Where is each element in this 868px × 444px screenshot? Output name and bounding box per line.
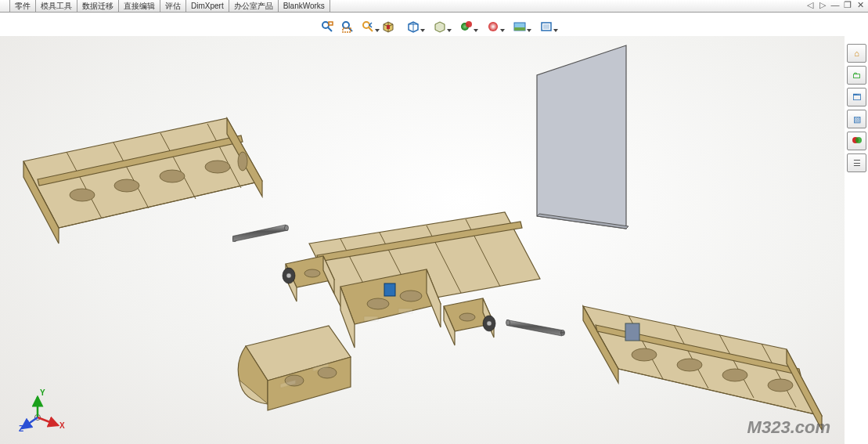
svg-line-1: [328, 27, 332, 31]
axis-z-label: Z: [19, 424, 23, 433]
svg-point-0: [322, 22, 329, 28]
zoom-to-area-icon: [341, 20, 354, 33]
tab-evaluate[interactable]: 评估: [160, 0, 186, 12]
previous-view-button[interactable]: [362, 20, 374, 33]
svg-rect-13: [514, 27, 525, 31]
tab-blankworks[interactable]: BlankWorks: [279, 0, 330, 12]
tab-label: 模具工具: [41, 1, 72, 12]
section-view-icon: [382, 20, 394, 33]
chevron-down-icon: [500, 29, 505, 32]
view-settings-button[interactable]: [540, 20, 553, 33]
zoom-to-fit-button[interactable]: [321, 20, 333, 33]
graphics-viewport[interactable]: Y X Z M323.com: [0, 36, 845, 444]
svg-line-91: [22, 417, 38, 428]
home-icon: ⌂: [854, 49, 859, 58]
tab-office-products[interactable]: 办公室产品: [229, 0, 279, 12]
svg-rect-61: [364, 316, 378, 321]
svg-rect-86: [625, 323, 639, 341]
svg-marker-64: [507, 320, 564, 337]
display-style-button[interactable]: [434, 20, 446, 33]
svg-point-6: [363, 22, 369, 28]
document-window-controls: ◁ ▷ — ❐ ✕: [804, 0, 866, 10]
heads-up-view-toolbar: [321, 20, 553, 33]
svg-point-83: [677, 359, 702, 371]
nav-forward-button[interactable]: ▷: [816, 0, 829, 10]
task-pane-custom-properties[interactable]: ☰: [847, 153, 866, 172]
part-right-outer-wing: [583, 306, 822, 430]
svg-point-17: [855, 137, 862, 143]
svg-point-34: [238, 152, 247, 171]
close-icon: ✕: [857, 0, 864, 10]
svg-point-85: [768, 379, 793, 392]
apply-scene-button[interactable]: [513, 20, 526, 33]
nav-back-button[interactable]: ◁: [804, 0, 816, 10]
minimize-button[interactable]: —: [829, 0, 841, 10]
svg-marker-18: [537, 45, 626, 229]
task-pane-home[interactable]: ⌂: [847, 44, 866, 63]
tab-mold-tools[interactable]: 模具工具: [36, 0, 77, 12]
hide-show-items-button[interactable]: [460, 20, 473, 33]
part-left-spar-rod: [233, 225, 289, 242]
edit-appearance-button[interactable]: [487, 20, 499, 33]
view-palette-icon: ▧: [853, 114, 861, 125]
zoom-to-fit-icon: [321, 20, 333, 33]
watermark: M323.com: [747, 417, 830, 438]
close-button[interactable]: ✕: [854, 0, 866, 10]
svg-point-54: [487, 321, 492, 326]
section-view-button[interactable]: [382, 20, 394, 33]
svg-point-55: [459, 313, 475, 321]
svg-point-48: [286, 273, 291, 278]
axis-x-label: X: [59, 421, 65, 430]
svg-marker-20: [23, 118, 262, 228]
chevron-down-icon: [474, 29, 478, 32]
view-orientation-button[interactable]: [407, 20, 420, 33]
file-explorer-icon: 🗔: [852, 92, 861, 102]
view-settings-icon: [540, 20, 553, 33]
apply-scene-icon: [513, 20, 526, 33]
task-pane-design-library[interactable]: 🗀: [847, 66, 866, 85]
chevron-down-icon: [527, 29, 531, 32]
svg-point-84: [722, 369, 747, 381]
chevron-right-icon: ▷: [819, 0, 826, 10]
chevron-down-icon: [553, 29, 558, 32]
task-pane-appearances[interactable]: [847, 132, 866, 150]
chevron-down-icon: [375, 29, 380, 32]
tab-label: 办公室产品: [234, 1, 273, 12]
svg-point-29: [70, 189, 95, 201]
svg-marker-36: [233, 225, 289, 242]
svg-point-59: [367, 298, 389, 309]
tab-label: BlankWorks: [283, 2, 325, 10]
svg-point-10: [466, 21, 472, 27]
svg-line-7: [369, 27, 373, 31]
svg-rect-63: [384, 283, 395, 296]
tab-part[interactable]: 零件: [9, 0, 36, 12]
part-left-outer-wing: [23, 118, 262, 244]
maximize-icon: ❐: [844, 0, 852, 10]
task-pane-file-explorer[interactable]: 🗔: [847, 88, 866, 106]
tab-direct-editing[interactable]: 直接编辑: [119, 0, 160, 12]
view-orientation-icon: [407, 20, 420, 33]
commandmanager-tabs: 零件 模具工具 数据迁移 直接编辑 评估 DimXpert 办公室产品 Blan…: [0, 0, 868, 13]
svg-point-31: [160, 170, 185, 182]
svg-rect-8: [387, 25, 390, 29]
model-canvas: [0, 36, 845, 444]
edit-appearance-icon: [487, 20, 499, 33]
svg-marker-73: [583, 306, 822, 416]
svg-point-49: [304, 269, 320, 277]
part-right-spar-rod: [506, 320, 565, 337]
tab-label: DimXpert: [191, 2, 224, 10]
orientation-triad[interactable]: Y X Z: [19, 386, 66, 433]
zoom-to-area-button[interactable]: [341, 20, 354, 33]
svg-point-82: [632, 348, 657, 361]
tab-dimxpert[interactable]: DimXpert: [186, 0, 229, 12]
display-style-icon: [434, 20, 446, 33]
svg-point-60: [400, 291, 422, 301]
tab-data-migration[interactable]: 数据迁移: [77, 0, 119, 12]
appearances-icon: [852, 135, 863, 147]
maximize-button[interactable]: ❐: [841, 0, 854, 10]
part-vertical-fin: [537, 45, 628, 229]
design-library-icon: 🗀: [852, 70, 861, 80]
chevron-left-icon: ◁: [807, 0, 813, 10]
svg-point-37: [285, 226, 289, 231]
task-pane-view-palette[interactable]: ▧: [847, 110, 866, 128]
